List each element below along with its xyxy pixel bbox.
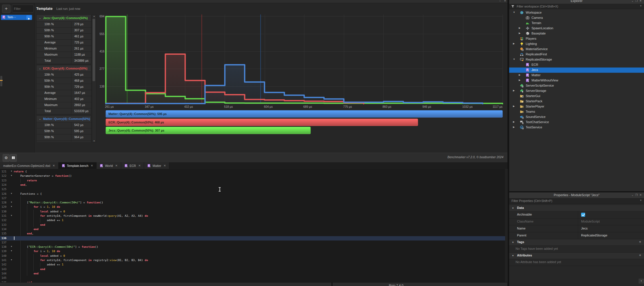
tree-expander-icon[interactable]: ▶ xyxy=(513,42,515,45)
tab-world[interactable]: World✕ xyxy=(97,162,121,169)
tree-item-terrain[interactable]: Terrain xyxy=(509,21,644,26)
tree-item-spawnlocation[interactable]: ▶SpawnLocation xyxy=(509,26,644,31)
close-icon[interactable]: ✕ xyxy=(639,194,642,196)
filter-dropdown-icon[interactable]: ▼ xyxy=(640,199,642,202)
chevron-down-icon[interactable]: ▼ xyxy=(512,241,514,244)
code-line[interactable]: 125 xyxy=(0,187,507,192)
code-line[interactable]: 144 end xyxy=(0,272,507,276)
tree-item-lighting[interactable]: ▶Lighting xyxy=(509,41,644,47)
tree-item-teams[interactable]: Teams xyxy=(509,109,644,114)
tree-item-soundservice[interactable]: SoundService xyxy=(509,114,644,120)
code-line[interactable]: 140 local added = 0 xyxy=(0,254,507,258)
tree-item-replicatedstorage[interactable]: ▼ReplicatedStorage xyxy=(509,57,644,62)
tree-item-replicatedfirst[interactable]: ReplicatedFirst xyxy=(509,52,644,57)
dock-divider[interactable] xyxy=(331,283,333,286)
tree-item-matter[interactable]: ▶Matter xyxy=(509,73,644,78)
chevron-down-icon[interactable]: ▼ xyxy=(512,207,514,210)
tree-item-serverstorage[interactable]: ▶ServerStorage xyxy=(509,88,644,94)
tree-expander-icon[interactable]: ▶ xyxy=(513,126,515,128)
code-line[interactable]: 133 end xyxy=(0,223,507,227)
code-line[interactable]: 135 end, xyxy=(0,232,507,236)
tree-item-players[interactable]: Players xyxy=(509,36,644,41)
properties-section-attributes[interactable]: ▼Attributes+ xyxy=(509,253,644,259)
code-line[interactable]: 124 end, xyxy=(0,183,507,187)
fold-arrow-icon[interactable]: ▼ xyxy=(10,174,12,176)
tree-item-ecr[interactable]: ECR xyxy=(509,62,644,68)
tab-close-icon[interactable]: ✕ xyxy=(91,164,93,167)
code-line[interactable]: 138▼ ["ECR::Query(4)::Common(50%)"] = fu… xyxy=(0,245,507,249)
explorer-filter[interactable]: Filter workspace (Ctrl+Shift+X) ▼ xyxy=(509,4,644,9)
code-line[interactable]: 142 added += 1 xyxy=(0,263,507,267)
code-line[interactable]: 128▼ ["Matter::Query(4)::Common(50%)"] =… xyxy=(0,201,507,205)
chevron-down-icon[interactable]: ⌄ xyxy=(631,0,634,2)
add-tags-button[interactable]: + xyxy=(639,240,641,244)
tree-expander-icon[interactable]: ▼ xyxy=(513,11,515,14)
rojo-panel-label[interactable]: Rojo 7.4.0 xyxy=(389,284,403,286)
code-line[interactable]: 141▼ for entityId, firstComponent in reg… xyxy=(0,258,507,263)
properties-corner-dropdown[interactable]: ▼ xyxy=(639,279,644,283)
code-line[interactable]: 131▼ for entityId, firstComponent in new… xyxy=(0,214,507,218)
code-line[interactable]: 123 return xyxy=(0,178,507,183)
tree-item-matterwithoutview[interactable]: ▶MatterWithoutView xyxy=(509,78,644,83)
properties-section-data[interactable]: ▼Data xyxy=(509,205,644,212)
float-window-icon[interactable]: ❐ xyxy=(635,194,638,196)
fold-arrow-icon[interactable]: ▼ xyxy=(10,250,12,252)
tree-expander-icon[interactable]: ▶ xyxy=(519,74,520,76)
settings-button[interactable]: ⚙ xyxy=(3,154,10,162)
explorer-titlebar[interactable]: Explorer ⌄ ❐ ✕ xyxy=(509,0,644,4)
code-line[interactable]: 136 xyxy=(0,236,507,241)
properties-section-tags[interactable]: ▼Tags+ xyxy=(509,239,644,246)
archivable-checkbox[interactable] xyxy=(581,213,585,217)
minimize-icon[interactable]: – xyxy=(499,0,501,2)
code-line[interactable]: 122▼ ParameterGenerator = function() xyxy=(0,174,507,178)
tree-item-jecs[interactable]: Jecs xyxy=(509,68,644,73)
code-line[interactable]: 143 end xyxy=(0,267,507,272)
tab-template-bench[interactable]: Template.bench✕ xyxy=(59,162,97,169)
properties-titlebar[interactable]: Properties - ModuleScript "Jecs" ⌄ ❐ ✕ xyxy=(509,192,644,198)
editor-scrollbar[interactable] xyxy=(505,169,508,282)
filter-dropdown-icon[interactable]: ▼ xyxy=(640,5,642,7)
tree-expander-icon[interactable]: ▶ xyxy=(513,105,515,108)
code-line[interactable]: 145 xyxy=(0,276,507,280)
tree-item-baseplate[interactable]: ▶Baseplate xyxy=(509,31,644,36)
tree-item-startergui[interactable]: StarterGui xyxy=(509,94,644,99)
code-line[interactable]: 130 local added = 0 xyxy=(0,210,507,214)
fold-arrow-icon[interactable]: ▼ xyxy=(10,259,12,261)
tab-matter[interactable]: Matter✕ xyxy=(144,162,169,169)
float-window-icon[interactable]: ❐ xyxy=(635,0,638,2)
tree-expander-icon[interactable]: ▶ xyxy=(513,121,515,123)
properties-filter[interactable]: Filter Properties (Ctrl+Shift+P) ▼ xyxy=(509,198,644,204)
tree-item-workspace[interactable]: ▼Workspace xyxy=(509,10,644,15)
scrollbar-thumb[interactable] xyxy=(92,19,95,81)
property-value[interactable]: Jecs xyxy=(581,227,588,230)
chevron-down-icon[interactable]: ▼ xyxy=(512,254,514,257)
tree-expander-icon[interactable]: ▼ xyxy=(513,58,515,61)
code-line[interactable]: 132 added += 1 xyxy=(0,218,507,223)
tree-item-materialservice[interactable]: MaterialService xyxy=(509,47,644,52)
stats-section-header[interactable]: ⌄Jecs::Query(4)::Common(50%) xyxy=(36,14,91,21)
tree-item-starterpack[interactable]: StarterPack xyxy=(509,99,644,104)
tab-close-icon[interactable]: ✕ xyxy=(52,164,55,167)
fold-arrow-icon[interactable]: ▼ xyxy=(10,192,12,194)
code-line[interactable]: 129▼ for i = 1, 10 do xyxy=(0,205,507,209)
code-editor[interactable]: 121▼return {122▼ ParameterGenerator = fu… xyxy=(0,169,507,282)
property-value[interactable]: ReplicatedStorage xyxy=(581,234,607,237)
tree-item-textchatservice[interactable]: ▶TextChatService xyxy=(509,120,644,125)
tree-expander-icon[interactable]: ▶ xyxy=(519,79,520,81)
benchmark-filter-input[interactable] xyxy=(12,5,34,12)
code-line[interactable]: 139▼ for i = 1, 10 do xyxy=(0,249,507,254)
fold-arrow-icon[interactable]: ▼ xyxy=(10,170,12,172)
docs-button[interactable] xyxy=(10,154,17,162)
add-benchmark-button[interactable]: + xyxy=(2,5,10,13)
code-line[interactable]: 121▼return { xyxy=(0,170,507,174)
tab-matterecr-common-optimize2-rbxl[interactable]: matterEcr-Common-Optimize2.rbxl✕ xyxy=(0,162,59,169)
stats-section-header[interactable]: ⌄ECR::Query(4)::Common(50%) xyxy=(36,65,91,72)
tree-item-starterplayer[interactable]: ▶StarterPlayer xyxy=(509,104,644,109)
tab-close-icon[interactable]: ✕ xyxy=(138,164,141,167)
close-icon[interactable]: ✕ xyxy=(504,0,506,2)
close-icon[interactable]: ✕ xyxy=(639,0,642,2)
tree-expander-icon[interactable]: ▶ xyxy=(519,32,520,34)
tree-expander-icon[interactable]: ▶ xyxy=(519,27,520,29)
editor-scrollbar-thumb[interactable] xyxy=(0,76,2,86)
fold-arrow-icon[interactable]: ▼ xyxy=(10,245,12,247)
